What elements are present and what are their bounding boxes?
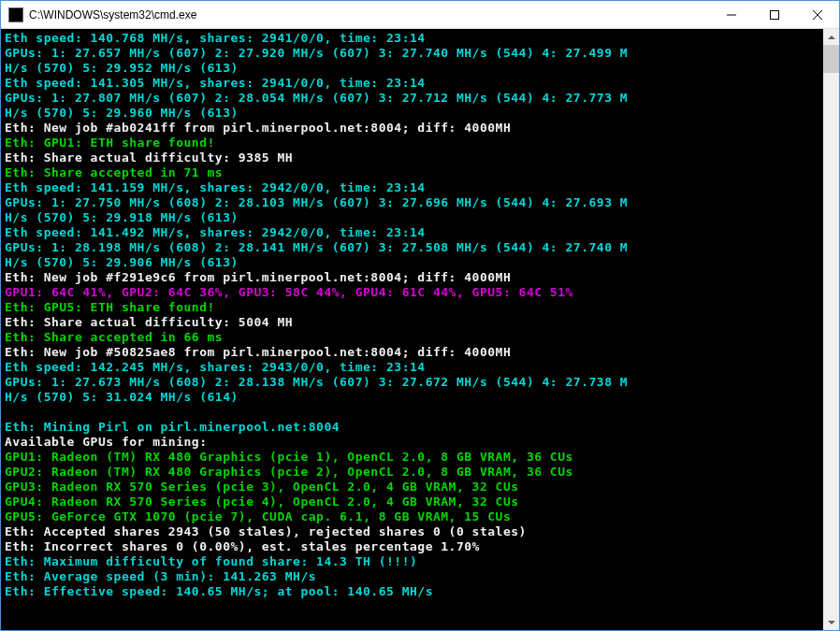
window-controls [710, 1, 839, 28]
terminal-line: Eth: New job #ab0241ff from pirl.minerpo… [5, 121, 819, 136]
vertical-scrollbar[interactable] [823, 29, 839, 630]
minimize-button[interactable] [710, 1, 753, 28]
cmd-window: C:\WINDOWS\system32\cmd.exe Eth speed: 1… [0, 0, 840, 631]
terminal-line: GPU1: 64C 41%, GPU2: 64C 36%, GPU3: 58C … [5, 285, 819, 300]
app-icon [8, 7, 23, 22]
titlebar[interactable]: C:\WINDOWS\system32\cmd.exe [1, 1, 839, 29]
svg-rect-1 [771, 10, 779, 19]
terminal-line: Eth: New job #f291e9c6 from pirl.minerpo… [5, 270, 819, 285]
terminal-line: Eth: Maximum difficulty of found share: … [5, 554, 819, 569]
terminal-output[interactable]: Eth speed: 140.768 MH/s, shares: 2941/0/… [1, 29, 823, 630]
terminal-line: Eth speed: 141.492 MH/s, shares: 2942/0/… [5, 225, 819, 240]
terminal-line: GPUs: 1: 27.807 MH/s (607) 2: 28.054 MH/… [5, 91, 819, 106]
terminal-line: GPUs: 1: 27.750 MH/s (608) 2: 28.103 MH/… [5, 195, 819, 210]
svg-marker-5 [828, 621, 835, 624]
minimize-icon [727, 10, 736, 20]
terminal-line: Eth speed: 141.305 MH/s, shares: 2941/0/… [5, 76, 819, 91]
close-button[interactable] [796, 1, 839, 28]
terminal-line: GPU1: Radeon (TM) RX 480 Graphics (pcie … [5, 450, 819, 465]
terminal-line: H/s (570) 5: 31.024 MH/s (614) [5, 390, 819, 405]
terminal-line: H/s (570) 5: 29.906 MH/s (613) [5, 255, 819, 270]
terminal-line: GPU2: Radeon (TM) RX 480 Graphics (pcie … [5, 465, 819, 480]
terminal-line [5, 405, 819, 420]
terminal-line: H/s (570) 5: 29.952 MH/s (613) [5, 61, 819, 76]
window-title: C:\WINDOWS\system32\cmd.exe [29, 8, 710, 22]
terminal-line: Eth speed: 142.245 MH/s, shares: 2943/0/… [5, 360, 819, 375]
terminal-line: Eth: Share actual difficulty: 5004 MH [5, 315, 819, 330]
terminal-line: GPU5: GeForce GTX 1070 (pcie 7), CUDA ca… [5, 509, 819, 524]
maximize-button[interactable] [753, 1, 796, 28]
scroll-down-button[interactable] [823, 614, 839, 630]
terminal-line: Eth: Effective speed: 140.65 MH/s; at po… [5, 584, 819, 599]
terminal-line: Eth: GPU1: ETH share found! [5, 136, 819, 151]
terminal-line: GPU3: Radeon RX 570 Series (pcie 3), Ope… [5, 480, 819, 495]
terminal-line: Eth: Average speed (3 min): 141.263 MH/s [5, 569, 819, 584]
terminal-line: GPUs: 1: 28.198 MH/s (608) 2: 28.141 MH/… [5, 240, 819, 255]
terminal-line: GPU4: Radeon RX 570 Series (pcie 4), Ope… [5, 495, 819, 509]
terminal-line: Eth: New job #50825ae8 from pirl.minerpo… [5, 345, 819, 360]
scrollbar-thumb[interactable] [823, 45, 839, 73]
terminal-line: Eth: Accepted shares 2943 (50 stales), r… [5, 524, 819, 539]
terminal-line: Available GPUs for mining: [5, 435, 819, 450]
terminal-line: H/s (570) 5: 29.918 MH/s (613) [5, 210, 819, 225]
terminal-line: Eth: Share accepted in 66 ms [5, 330, 819, 345]
terminal-line: Eth: Share accepted in 71 ms [5, 165, 819, 180]
close-icon [813, 10, 822, 20]
svg-marker-4 [828, 36, 835, 39]
terminal-line: Eth: Incorrect shares 0 (0.00%), est. st… [5, 539, 819, 554]
terminal-line: Eth: GPU5: ETH share found! [5, 300, 819, 315]
chevron-up-icon [828, 36, 835, 39]
terminal-line: GPUs: 1: 27.657 MH/s (607) 2: 27.920 MH/… [5, 46, 819, 61]
terminal-line: Eth: Share actual difficulty: 9385 MH [5, 151, 819, 165]
terminal-line: Eth speed: 140.768 MH/s, shares: 2941/0/… [5, 31, 819, 46]
terminal-line: GPUs: 1: 27.673 MH/s (608) 2: 28.138 MH/… [5, 375, 819, 390]
terminal-line: H/s (570) 5: 29.960 MH/s (613) [5, 106, 819, 121]
content-area: Eth speed: 140.768 MH/s, shares: 2941/0/… [1, 29, 839, 630]
terminal-line: Eth speed: 141.159 MH/s, shares: 2942/0/… [5, 180, 819, 195]
scrollbar-track[interactable] [823, 45, 839, 614]
terminal-line: Eth: Mining Pirl on pirl.minerpool.net:8… [5, 420, 819, 435]
maximize-icon [770, 10, 779, 20]
scroll-up-button[interactable] [823, 29, 839, 45]
chevron-down-icon [828, 621, 835, 624]
